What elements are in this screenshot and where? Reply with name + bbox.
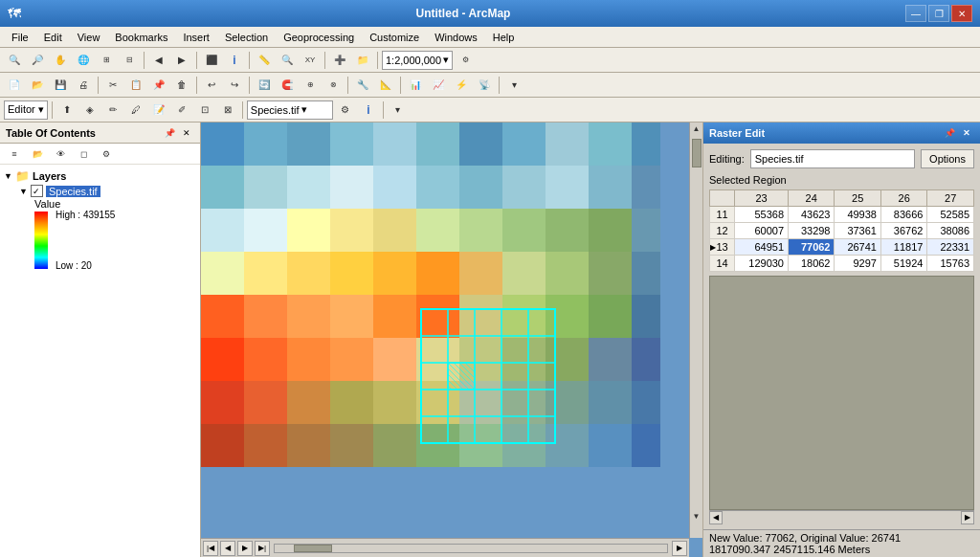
forward-btn[interactable]: ▶ xyxy=(171,50,192,71)
cell-13-23[interactable]: 64951 xyxy=(735,239,789,256)
edit-tool7[interactable]: ⊠ xyxy=(217,100,238,121)
map-area[interactable]: ▲ ▼ |◀ ◀ ▶ ▶| ▶ xyxy=(201,123,702,557)
catalog-btn[interactable]: 📁 xyxy=(352,50,373,71)
cell-14-23[interactable]: 129030 xyxy=(735,256,789,272)
close-button[interactable]: ✕ xyxy=(951,5,972,22)
table-row-active[interactable]: ▶ 13 64951 77062 26741 11817 22331 xyxy=(710,239,974,256)
edit-vertices-tool[interactable]: ◈ xyxy=(79,100,100,121)
undo-btn[interactable]: ↩ xyxy=(201,75,222,96)
layer-checkbox[interactable]: ✓ xyxy=(31,185,43,197)
open-btn[interactable]: 📂 xyxy=(27,75,48,96)
pan-btn[interactable]: ✋ xyxy=(50,50,71,71)
re-close-btn[interactable]: ✕ xyxy=(959,125,974,141)
map-scrollbar-v[interactable]: ▲ ▼ xyxy=(689,123,702,538)
misc1-btn[interactable]: ⊕ xyxy=(300,75,321,96)
back-btn[interactable]: ◀ xyxy=(148,50,169,71)
rotate-btn[interactable]: 🔄 xyxy=(254,75,275,96)
toc-close-btn[interactable]: ✕ xyxy=(179,125,194,141)
hscroll-left-btn[interactable]: ◀ xyxy=(709,511,723,524)
scroll-down-arrow[interactable]: ▼ xyxy=(691,510,702,523)
save-btn[interactable]: 💾 xyxy=(50,75,71,96)
edit-tool4[interactable]: 📝 xyxy=(148,100,169,121)
menu-edit[interactable]: Edit xyxy=(36,30,70,45)
menu-insert[interactable]: Insert xyxy=(175,30,217,45)
cell-13-25[interactable]: 26741 xyxy=(835,239,880,256)
scale-apply-btn[interactable]: ⚙ xyxy=(455,50,476,71)
redo-btn[interactable]: ↪ xyxy=(224,75,245,96)
table-row[interactable]: 11 55368 43623 49938 83666 52585 xyxy=(710,207,974,223)
cell-12-27[interactable]: 38086 xyxy=(927,223,974,239)
expand-btn[interactable]: ▾ xyxy=(503,75,524,96)
hscroll-right-btn[interactable]: ▶ xyxy=(961,511,974,524)
scale-dropdown[interactable]: 1:2,000,000 ▾ xyxy=(382,51,453,70)
delete-btn[interactable]: 🗑 xyxy=(171,75,192,96)
map-nav-right[interactable]: ▶ xyxy=(672,541,687,556)
expand2-btn[interactable]: ▾ xyxy=(388,100,409,121)
raster-hscroll[interactable]: ◀ ▶ xyxy=(709,510,974,524)
identify-btn[interactable]: i xyxy=(224,50,245,71)
go-xy-btn[interactable]: XY xyxy=(300,50,321,71)
menu-selection[interactable]: Selection xyxy=(217,30,276,45)
toc-options-btn[interactable]: ⚙ xyxy=(96,144,117,165)
cell-13-24-selected[interactable]: 77062 xyxy=(789,239,835,256)
table-row[interactable]: 14 129030 18062 9297 51924 15763 xyxy=(710,256,974,272)
misc7-btn[interactable]: ⚡ xyxy=(451,75,472,96)
misc4-btn[interactable]: 📐 xyxy=(375,75,396,96)
misc8-btn[interactable]: 📡 xyxy=(474,75,495,96)
cell-11-26[interactable]: 83666 xyxy=(880,207,926,223)
edit-tool3[interactable]: 🖊 xyxy=(125,100,146,121)
edit-tool6[interactable]: ⊡ xyxy=(194,100,215,121)
cell-12-25[interactable]: 37361 xyxy=(835,223,880,239)
toc-pin-btn[interactable]: 📌 xyxy=(162,125,177,141)
re-pin-btn[interactable]: 📌 xyxy=(942,125,957,141)
measure-btn[interactable]: 📏 xyxy=(254,50,275,71)
menu-geoprocessing[interactable]: Geoprocessing xyxy=(276,30,362,45)
toc-selection-view-btn[interactable]: ◻ xyxy=(73,144,94,165)
menu-help[interactable]: Help xyxy=(485,30,523,45)
cell-12-23[interactable]: 60007 xyxy=(735,223,789,239)
cell-11-23[interactable]: 55368 xyxy=(735,207,789,223)
cell-11-25[interactable]: 49938 xyxy=(835,207,880,223)
cell-14-27[interactable]: 15763 xyxy=(927,256,974,272)
menu-view[interactable]: View xyxy=(70,30,108,45)
zoom-in-btn[interactable]: 🔍 xyxy=(4,50,25,71)
menu-customize[interactable]: Customize xyxy=(362,30,427,45)
scroll-up-arrow[interactable]: ▲ xyxy=(691,123,702,135)
layer-dropdown[interactable]: Species.tif ▾ xyxy=(247,100,333,120)
fixed-zoom-in-btn[interactable]: ⊞ xyxy=(96,50,117,71)
new-btn[interactable]: 📄 xyxy=(4,75,25,96)
map-nav-prev[interactable]: ◀ xyxy=(220,541,235,556)
menu-windows[interactable]: Windows xyxy=(427,30,485,45)
editor-dropdown[interactable]: Editor ▾ xyxy=(4,100,48,120)
layer-info-btn[interactable]: i xyxy=(358,100,379,121)
cell-12-26[interactable]: 36762 xyxy=(880,223,926,239)
paste-btn[interactable]: 📌 xyxy=(148,75,169,96)
cell-11-27[interactable]: 52585 xyxy=(927,207,974,223)
menu-bookmarks[interactable]: Bookmarks xyxy=(107,30,175,45)
map-scroll-track-h[interactable] xyxy=(274,544,668,553)
print-btn[interactable]: 🖨 xyxy=(73,75,94,96)
cell-11-24[interactable]: 43623 xyxy=(789,207,835,223)
toc-list-view-btn[interactable]: ≡ xyxy=(4,144,25,165)
full-extent-btn[interactable]: 🌐 xyxy=(73,50,94,71)
add-data-btn[interactable]: ➕ xyxy=(329,50,350,71)
copy-btn[interactable]: 📋 xyxy=(125,75,146,96)
menu-file[interactable]: File xyxy=(4,30,36,45)
map-scroll-thumb-h[interactable] xyxy=(294,545,332,552)
cell-14-26[interactable]: 51924 xyxy=(880,256,926,272)
pointer-tool[interactable]: ⬆ xyxy=(56,100,78,121)
snap-btn[interactable]: 🧲 xyxy=(277,75,298,96)
hscroll-track[interactable] xyxy=(723,513,961,523)
map-nav-start[interactable]: |◀ xyxy=(203,541,218,556)
map-nav-end[interactable]: ▶| xyxy=(255,541,270,556)
toc-layers-group[interactable]: ▼ 📁 Layers xyxy=(4,168,196,184)
toc-visibility-view-btn[interactable]: 👁 xyxy=(50,144,71,165)
scroll-thumb-v[interactable] xyxy=(692,139,702,167)
options-button[interactable]: Options xyxy=(921,149,974,168)
find-btn[interactable]: 🔍 xyxy=(277,50,298,71)
table-row[interactable]: 12 60007 33298 37361 36762 38086 xyxy=(710,223,974,239)
restore-button[interactable]: ❐ xyxy=(928,5,949,22)
fixed-zoom-out-btn[interactable]: ⊟ xyxy=(119,50,140,71)
cell-14-24[interactable]: 18062 xyxy=(789,256,835,272)
select-btn[interactable]: ⬛ xyxy=(201,50,222,71)
